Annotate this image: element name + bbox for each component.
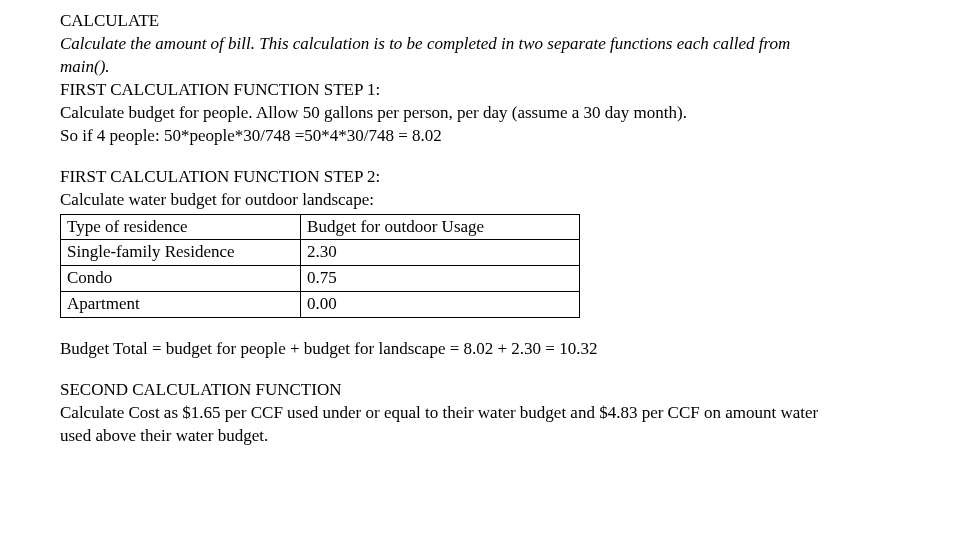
- second-calc-body: Calculate Cost as $1.65 per CCF used und…: [60, 402, 840, 448]
- table-row: Type of residence Budget for outdoor Usa…: [61, 214, 580, 240]
- table-row: Condo 0.75: [61, 266, 580, 292]
- table-cell-budget: 0.75: [301, 266, 580, 292]
- table-row: Single-family Residence 2.30: [61, 240, 580, 266]
- table-header-type: Type of residence: [61, 214, 301, 240]
- table-header-budget: Budget for outdoor Usage: [301, 214, 580, 240]
- second-calc-heading: SECOND CALCULATION FUNCTION: [60, 379, 840, 402]
- table-cell-budget: 2.30: [301, 240, 580, 266]
- step1-body: Calculate budget for people. Allow 50 ga…: [60, 102, 840, 125]
- heading-calculate: CALCULATE: [60, 10, 840, 33]
- table-cell-type: Condo: [61, 266, 301, 292]
- table-cell-budget: 0.00: [301, 292, 580, 318]
- table-row: Apartment 0.00: [61, 292, 580, 318]
- document-page: CALCULATE Calculate the amount of bill. …: [0, 0, 840, 448]
- table-cell-type: Single-family Residence: [61, 240, 301, 266]
- blank-line: [60, 148, 840, 166]
- landscape-budget-table: Type of residence Budget for outdoor Usa…: [60, 214, 580, 319]
- budget-total-line: Budget Total = budget for people + budge…: [60, 338, 840, 361]
- table-cell-type: Apartment: [61, 292, 301, 318]
- step2-heading: FIRST CALCULATION FUNCTION STEP 2:: [60, 166, 840, 189]
- step1-heading: FIRST CALCULATION FUNCTION STEP 1:: [60, 79, 840, 102]
- step2-body: Calculate water budget for outdoor lands…: [60, 189, 840, 212]
- blank-line: [60, 320, 840, 338]
- calc-intro: Calculate the amount of bill. This calcu…: [60, 33, 840, 79]
- blank-line: [60, 361, 840, 379]
- step1-formula: So if 4 people: 50*people*30/748 =50*4*3…: [60, 125, 840, 148]
